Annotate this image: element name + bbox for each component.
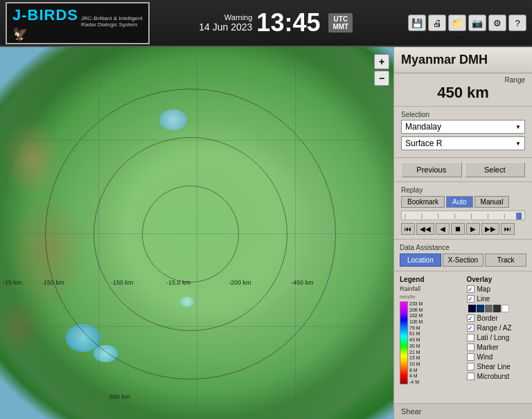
bar-label: 162 M [409, 313, 423, 318]
overlay-range-item: Range / AZ [467, 324, 527, 332]
pb-forward[interactable]: ▶▶ [481, 223, 499, 235]
scale-label-3: -150 km [111, 279, 134, 286]
track-tab[interactable]: Track [485, 253, 526, 267]
main-content: -15 km -150 km -150 km -15.0 km -200 km … [0, 47, 532, 419]
marker-overlay-label: Marker [477, 344, 499, 351]
bar-label: 10 M [409, 362, 423, 366]
overlay-lati-item: Lati / Long [467, 334, 527, 341]
grid-v2 [197, 47, 197, 419]
data-assistance-label: Data Assistance [400, 244, 526, 251]
scale-label-7: -390 km [107, 393, 130, 400]
lati-overlay-label: Lati / Long [477, 334, 510, 341]
map-checkbox[interactable] [467, 285, 475, 293]
shear-section: Shear [394, 403, 532, 419]
bar-label: 30 M [409, 344, 423, 348]
playback-controls: ⏮ ◀◀ ◀ ⏹ ▶ ▶▶ ⏭ [401, 223, 525, 235]
folder-button[interactable]: 📁 [448, 15, 466, 31]
station-name: Myanmar DMH [401, 53, 525, 67]
utc-label: UTC [334, 15, 348, 23]
help-button[interactable]: ? [508, 15, 526, 31]
dropdown-mandalay[interactable]: Mandalay ▼ [401, 120, 525, 134]
line-swatch-2[interactable] [477, 305, 484, 312]
bar-label: -4 M [409, 380, 423, 384]
dropdown-surface[interactable]: Surface R ▼ [401, 136, 525, 150]
bookmark-tab[interactable]: Bookmark [401, 196, 445, 208]
select-button[interactable]: Select [465, 162, 526, 177]
overlay-border-item: Border [467, 314, 527, 322]
save-button[interactable]: 💾 [408, 15, 426, 31]
pb-back[interactable]: ◀ [436, 223, 450, 235]
time-display: 13:45 [256, 10, 320, 35]
bar-label: 4 M [409, 373, 423, 378]
logo-bird: 🦅 [12, 28, 28, 40]
xsection-tab[interactable]: X-Section [443, 253, 484, 267]
dropdown2-value: Surface R [405, 139, 442, 148]
legend-title: Legend [400, 276, 460, 283]
settings-button[interactable]: ⚙ [488, 15, 506, 31]
range-overlay-label: Range / AZ [477, 324, 512, 332]
microburst-checkbox[interactable] [467, 373, 475, 380]
overlay-line-item: Line [467, 295, 527, 303]
range-value: 450 km [401, 84, 525, 102]
header: J-BIRDS JRC-Brilliant & Intelligent Rada… [0, 0, 532, 47]
border-checkbox[interactable] [467, 314, 475, 322]
bar-label: 100 M [409, 319, 423, 324]
rainfall-unit: mm/hr [400, 294, 460, 300]
shear-checkbox[interactable] [467, 363, 475, 371]
right-panel: Myanmar DMH Range 450 km Selection Manda… [393, 47, 532, 419]
color-bar-container: 233 M 206 M 162 M 100 M 79 M 61 M 43 M 3… [400, 301, 460, 384]
mmt-label: MMT [332, 23, 348, 30]
station-header: Myanmar DMH [394, 47, 532, 73]
pb-last[interactable]: ⏭ [501, 223, 515, 235]
line-swatch-3[interactable] [485, 305, 493, 312]
manual-tab[interactable]: Manual [475, 196, 510, 208]
warning-label: Warning [224, 13, 253, 21]
scale-label-4: -15.0 km [166, 279, 190, 286]
da-tabs: Location X-Section Track [400, 253, 526, 267]
dropdown2-arrow: ▼ [515, 141, 521, 147]
date-display: 14 Jun 2023 [199, 21, 252, 33]
previous-button[interactable]: Previous [401, 162, 462, 177]
print-button[interactable]: 🖨 [428, 15, 446, 31]
range-checkbox[interactable] [467, 324, 475, 332]
pb-stop[interactable]: ⏹ [451, 223, 465, 235]
overlay-column: Overlay Map Line [467, 276, 527, 384]
data-assistance-section: Data Assistance Location X-Section Track [394, 240, 532, 271]
replay-section: Replay Bookmark Auto Manual | | | | | [394, 182, 532, 240]
scale-label-2: -150 km [42, 279, 64, 286]
location-tab[interactable]: Location [400, 253, 441, 267]
slider-tick: | [471, 213, 472, 218]
line-swatch-4[interactable] [493, 305, 501, 312]
logo-area: J-BIRDS JRC-Brilliant & Intelligent Rada… [6, 2, 150, 44]
replay-slider[interactable]: | | | | | | | | [401, 211, 525, 220]
radar-circle-inner [142, 186, 239, 283]
microburst-overlay-label: Microburst [477, 373, 510, 380]
wind-checkbox[interactable] [467, 353, 475, 361]
dropdown1-value: Mandalay [405, 122, 441, 132]
auto-tab[interactable]: Auto [446, 196, 473, 208]
bar-label: 15 M [409, 355, 423, 360]
line-swatch-1[interactable] [468, 305, 476, 312]
bar-labels: 233 M 206 M 162 M 100 M 79 M 61 M 43 M 3… [409, 301, 423, 384]
rainfall-label: Rainfall [400, 285, 460, 292]
logo-sub1: JRC-Brilliant & Intelligent [81, 15, 142, 21]
overlay-map-item: Map [467, 285, 527, 293]
range-section: Range 450 km [394, 73, 532, 107]
scale-label-6: -450 km [291, 279, 314, 286]
map-area[interactable]: -15 km -150 km -150 km -15.0 km -200 km … [0, 47, 393, 419]
color-bar [400, 301, 408, 384]
screenshot-button[interactable]: 📷 [468, 15, 486, 31]
pb-play[interactable]: ▶ [466, 223, 480, 235]
zoom-in-button[interactable]: + [374, 54, 389, 69]
pb-first[interactable]: ⏮ [401, 223, 415, 235]
pb-rewind[interactable]: ◀◀ [416, 223, 434, 235]
zoom-out-button[interactable]: − [374, 71, 389, 86]
replay-tabs: Bookmark Auto Manual [401, 196, 525, 208]
grid-v3 [295, 47, 296, 419]
line-swatch-5[interactable] [502, 305, 509, 312]
slider-tick: | [421, 213, 423, 218]
lati-checkbox[interactable] [467, 334, 475, 341]
line-checkbox[interactable] [467, 295, 475, 303]
marker-checkbox[interactable] [467, 344, 475, 351]
overlay-marker-item: Marker [467, 344, 527, 351]
